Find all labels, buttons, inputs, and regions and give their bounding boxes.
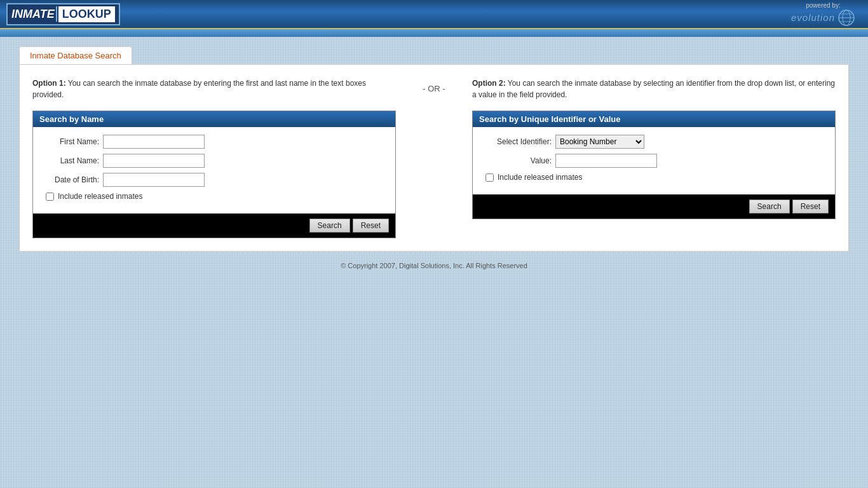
last-name-label: Last Name: [39, 156, 103, 165]
select-identifier-row: Select Identifier: Booking Number SSN ID… [479, 135, 829, 149]
search-by-name-body: First Name: Last Name: Date of Birth: [33, 127, 395, 214]
search-button-id[interactable]: Search [749, 200, 790, 214]
search-by-identifier-footer: Search Reset [473, 194, 835, 219]
last-name-row: Last Name: [39, 154, 389, 168]
logo-lookup: LOOKUP [58, 6, 115, 22]
search-by-identifier-box: Search by Unique Identifier or Value Sel… [472, 111, 836, 219]
identifier-value-input[interactable] [555, 154, 657, 168]
option2-text: You can search the inmate database by se… [472, 79, 835, 99]
option1-title: Option 1: [32, 79, 66, 88]
first-name-label: First Name: [39, 137, 103, 146]
search-by-identifier-section: Search by Unique Identifier or Value Sel… [472, 111, 836, 219]
first-name-input[interactable] [103, 135, 205, 149]
dob-label: Date of Birth: [39, 175, 103, 184]
include-released-row-name: Include released inmates [39, 192, 389, 201]
search-by-name-box: Search by Name First Name: Last Name: Da… [32, 111, 396, 238]
search-by-identifier-header: Search by Unique Identifier or Value [473, 111, 835, 127]
search-by-identifier-header-label: Search by Unique Identifier or Value [479, 114, 621, 124]
or-separator: - OR - [396, 78, 472, 93]
search-by-name-section: Search by Name First Name: Last Name: Da… [32, 111, 396, 238]
logo-wrapper: INMATE LOOKUP [6, 3, 120, 25]
logo-inmate: INMATE [11, 8, 55, 21]
search-by-name-header: Search by Name [33, 111, 395, 127]
search-button-name[interactable]: Search [309, 219, 350, 233]
first-name-row: First Name: [39, 135, 389, 149]
reset-button-id[interactable]: Reset [792, 200, 829, 214]
include-released-row-id: Include released inmates [479, 173, 829, 182]
powered-by-text: powered by: [806, 2, 840, 9]
evolution-globe-icon [837, 9, 855, 27]
select-identifier-label: Select Identifier: [479, 137, 555, 146]
value-row: Value: [479, 154, 829, 168]
include-released-checkbox-id[interactable] [485, 173, 494, 182]
powered-by-section: powered by: evolution [791, 2, 855, 27]
search-boxes-row: Search by Name First Name: Last Name: Da… [32, 111, 836, 238]
option1-text: You can search the inmate database by en… [32, 79, 366, 99]
include-released-checkbox-name[interactable] [46, 193, 54, 201]
search-by-name-footer: Search Reset [33, 214, 395, 238]
reset-button-name[interactable]: Reset [353, 219, 389, 233]
options-description-row: Option 1: You can search the inmate data… [32, 78, 836, 100]
copyright-text: © Copyright 2007, Digital Solutions, Inc… [341, 262, 527, 269]
tab-label: Inmate Database Search [30, 51, 121, 60]
tab-container: Inmate Database Search [19, 46, 849, 64]
identifier-select[interactable]: Booking Number SSN ID Number [555, 135, 644, 149]
evolution-logo: evolution [791, 9, 855, 27]
search-by-identifier-body: Select Identifier: Booking Number SSN ID… [473, 127, 835, 194]
evolution-label: evolution [791, 12, 835, 23]
option2-description: Option 2: You can search the inmate data… [472, 78, 836, 100]
search-by-name-header-label: Search by Name [39, 114, 104, 124]
logo-divider [56, 6, 57, 22]
main-panel: Option 1: You can search the inmate data… [19, 64, 849, 252]
header: INMATE LOOKUP powered by: evolution [0, 0, 868, 29]
dob-row: Date of Birth: [39, 173, 389, 187]
footer: © Copyright 2007, Digital Solutions, Inc… [19, 252, 849, 280]
include-released-label-id: Include released inmates [498, 173, 582, 182]
dob-input[interactable] [103, 173, 205, 187]
main-content: Inmate Database Search Option 1: You can… [0, 37, 868, 289]
logo: INMATE LOOKUP [6, 3, 120, 25]
include-released-label-name: Include released inmates [58, 192, 142, 201]
last-name-input[interactable] [103, 154, 205, 168]
option2-title: Option 2: [472, 79, 506, 88]
tab-inmate-database-search[interactable]: Inmate Database Search [19, 46, 132, 64]
value-label: Value: [479, 156, 555, 165]
option1-description: Option 1: You can search the inmate data… [32, 78, 396, 100]
sub-header [0, 29, 868, 37]
